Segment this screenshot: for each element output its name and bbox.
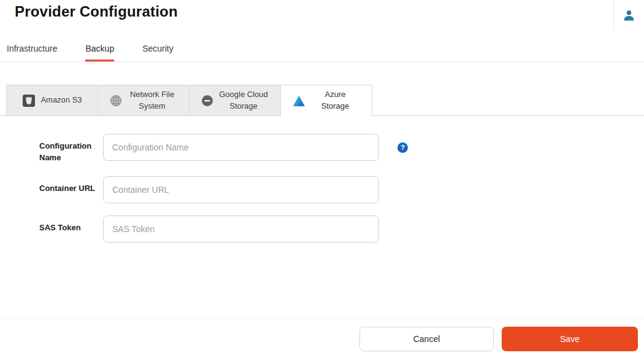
provider-tab-google-cloud-storage[interactable]: Google Cloud Storage xyxy=(189,85,281,116)
form-row-container-url: Container URL xyxy=(39,176,408,203)
sas-token-label: SAS Token xyxy=(39,216,103,234)
provider-tab-amazon-s3[interactable]: Amazon S3 xyxy=(6,85,98,116)
azure-storage-icon xyxy=(293,95,305,107)
provider-tabs: Amazon S3 Network File System Google Clo… xyxy=(0,85,644,116)
page-title: Provider Configuration xyxy=(15,3,178,20)
cancel-button[interactable]: Cancel xyxy=(359,327,494,351)
network-file-system-icon xyxy=(110,95,122,107)
configuration-name-label: Configuration Name xyxy=(39,134,103,164)
form-row-sas-token: SAS Token xyxy=(39,216,408,243)
footer-actions: Cancel Save xyxy=(0,319,644,358)
nav-tab-label: Security xyxy=(142,44,174,53)
nav-tab-security[interactable]: Security xyxy=(142,37,174,61)
configuration-name-input[interactable] xyxy=(103,134,379,161)
provider-tab-azure-storage[interactable]: Azure Storage xyxy=(280,85,372,116)
provider-tab-label: Azure Storage xyxy=(310,89,361,112)
nav-tab-backup[interactable]: Backup xyxy=(85,37,114,61)
user-icon[interactable] xyxy=(623,9,635,21)
azure-storage-form: Configuration Name ? Container URL SAS T… xyxy=(39,134,408,255)
container-url-input[interactable] xyxy=(103,176,379,203)
primary-nav: Infrastructure Backup Security xyxy=(0,37,644,62)
amazon-s3-icon xyxy=(22,94,36,107)
provider-tab-label: Amazon S3 xyxy=(40,95,82,106)
nav-tab-infrastructure[interactable]: Infrastructure xyxy=(7,37,57,61)
provider-tab-label: Google Cloud Storage xyxy=(218,89,269,112)
google-cloud-storage-icon xyxy=(201,95,213,107)
provider-tab-label: Network File System xyxy=(127,89,177,112)
help-icon[interactable]: ? xyxy=(397,142,408,153)
provider-configuration-page: Provider Configuration Infrastructure Ba… xyxy=(0,0,644,358)
header-user-area xyxy=(613,0,644,29)
form-row-configuration-name: Configuration Name ? xyxy=(39,134,408,164)
nav-tab-label: Infrastructure xyxy=(7,44,57,53)
sas-token-input[interactable] xyxy=(103,216,379,243)
nav-tab-label: Backup xyxy=(85,44,114,53)
container-url-label: Container URL xyxy=(39,176,103,195)
provider-tab-network-file-system[interactable]: Network File System xyxy=(98,85,190,116)
save-button[interactable]: Save xyxy=(502,327,638,351)
